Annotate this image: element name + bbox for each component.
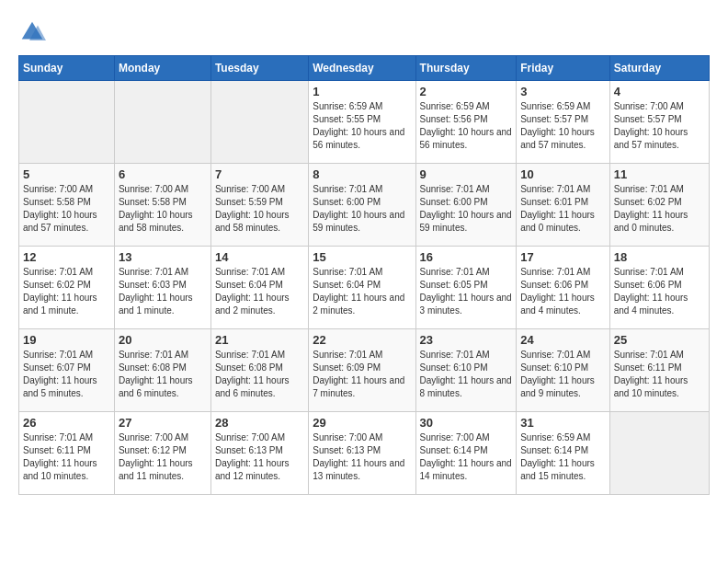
day-cell: 3Sunrise: 6:59 AM Sunset: 5:57 PM Daylig… — [517, 81, 610, 164]
week-row-3: 12Sunrise: 7:01 AM Sunset: 6:02 PM Dayli… — [19, 247, 710, 329]
day-number: 2 — [420, 85, 513, 98]
day-number: 9 — [420, 167, 513, 181]
day-cell: 9Sunrise: 7:01 AM Sunset: 6:00 PM Daylig… — [415, 164, 517, 247]
day-info: Sunrise: 7:00 AM Sunset: 5:57 PM Dayligh… — [614, 100, 705, 152]
day-cell — [19, 81, 115, 164]
week-row-2: 5Sunrise: 7:00 AM Sunset: 5:58 PM Daylig… — [19, 164, 710, 247]
day-info: Sunrise: 7:00 AM Sunset: 6:13 PM Dayligh… — [215, 431, 304, 483]
calendar-table: SundayMondayTuesdayWednesdayThursdayFrid… — [18, 55, 710, 495]
day-number: 26 — [23, 416, 110, 430]
day-info: Sunrise: 7:01 AM Sunset: 6:07 PM Dayligh… — [23, 349, 110, 400]
day-cell: 16Sunrise: 7:01 AM Sunset: 6:05 PM Dayli… — [415, 247, 517, 329]
day-number: 10 — [520, 167, 606, 181]
header-cell-saturday: Saturday — [609, 56, 709, 81]
day-cell: 4Sunrise: 7:00 AM Sunset: 5:57 PM Daylig… — [609, 81, 709, 164]
day-number: 25 — [614, 333, 705, 347]
logo-icon — [18, 18, 46, 46]
day-number: 30 — [420, 416, 513, 430]
day-info: Sunrise: 7:01 AM Sunset: 6:00 PM Dayligh… — [420, 183, 513, 235]
day-cell: 27Sunrise: 7:00 AM Sunset: 6:12 PM Dayli… — [114, 412, 210, 495]
day-cell: 26Sunrise: 7:01 AM Sunset: 6:11 PM Dayli… — [19, 412, 115, 495]
logo — [18, 18, 50, 46]
day-number: 6 — [119, 167, 207, 181]
week-row-5: 26Sunrise: 7:01 AM Sunset: 6:11 PM Dayli… — [19, 412, 710, 495]
day-cell: 14Sunrise: 7:01 AM Sunset: 6:04 PM Dayli… — [210, 247, 308, 329]
header-cell-monday: Monday — [114, 56, 210, 81]
day-info: Sunrise: 6:59 AM Sunset: 6:14 PM Dayligh… — [520, 431, 606, 483]
day-cell: 31Sunrise: 6:59 AM Sunset: 6:14 PM Dayli… — [517, 412, 610, 495]
day-number: 16 — [420, 250, 513, 264]
day-info: Sunrise: 7:01 AM Sunset: 6:04 PM Dayligh… — [215, 266, 304, 317]
day-cell: 2Sunrise: 6:59 AM Sunset: 5:56 PM Daylig… — [415, 81, 517, 164]
day-cell: 29Sunrise: 7:00 AM Sunset: 6:13 PM Dayli… — [309, 412, 415, 495]
calendar-header: SundayMondayTuesdayWednesdayThursdayFrid… — [19, 56, 710, 81]
day-number: 11 — [614, 167, 705, 181]
week-row-4: 19Sunrise: 7:01 AM Sunset: 6:07 PM Dayli… — [19, 329, 710, 412]
day-info: Sunrise: 7:01 AM Sunset: 6:05 PM Dayligh… — [420, 266, 513, 317]
day-info: Sunrise: 7:01 AM Sunset: 6:02 PM Dayligh… — [23, 266, 110, 317]
day-number: 7 — [215, 167, 304, 181]
day-info: Sunrise: 7:01 AM Sunset: 6:02 PM Dayligh… — [614, 183, 705, 235]
day-info: Sunrise: 7:01 AM Sunset: 6:06 PM Dayligh… — [520, 266, 606, 317]
day-cell — [114, 81, 210, 164]
day-cell: 22Sunrise: 7:01 AM Sunset: 6:09 PM Dayli… — [309, 329, 415, 412]
day-number: 3 — [520, 85, 606, 98]
day-info: Sunrise: 7:00 AM Sunset: 6:14 PM Dayligh… — [420, 431, 513, 483]
day-cell: 18Sunrise: 7:01 AM Sunset: 6:06 PM Dayli… — [609, 247, 709, 329]
header-cell-tuesday: Tuesday — [210, 56, 308, 81]
day-number: 18 — [614, 250, 705, 264]
day-cell: 11Sunrise: 7:01 AM Sunset: 6:02 PM Dayli… — [609, 164, 709, 247]
day-info: Sunrise: 7:01 AM Sunset: 6:00 PM Dayligh… — [313, 183, 411, 235]
day-number: 12 — [23, 250, 110, 264]
day-info: Sunrise: 7:01 AM Sunset: 6:09 PM Dayligh… — [313, 349, 411, 400]
day-info: Sunrise: 7:01 AM Sunset: 6:01 PM Dayligh… — [520, 183, 606, 235]
day-cell: 10Sunrise: 7:01 AM Sunset: 6:01 PM Dayli… — [517, 164, 610, 247]
day-number: 23 — [420, 333, 513, 347]
day-number: 4 — [614, 85, 705, 98]
day-info: Sunrise: 7:01 AM Sunset: 6:03 PM Dayligh… — [119, 266, 207, 317]
day-number: 28 — [215, 416, 304, 430]
day-cell: 13Sunrise: 7:01 AM Sunset: 6:03 PM Dayli… — [114, 247, 210, 329]
day-info: Sunrise: 7:01 AM Sunset: 6:08 PM Dayligh… — [215, 349, 304, 400]
day-info: Sunrise: 7:00 AM Sunset: 6:12 PM Dayligh… — [119, 431, 207, 483]
day-info: Sunrise: 7:00 AM Sunset: 5:59 PM Dayligh… — [215, 183, 304, 235]
page-header — [18, 18, 710, 46]
calendar-body: 1Sunrise: 6:59 AM Sunset: 5:55 PM Daylig… — [19, 81, 710, 495]
day-number: 27 — [119, 416, 207, 430]
day-number: 21 — [215, 333, 304, 347]
day-cell: 17Sunrise: 7:01 AM Sunset: 6:06 PM Dayli… — [517, 247, 610, 329]
header-cell-sunday: Sunday — [19, 56, 115, 81]
day-info: Sunrise: 6:59 AM Sunset: 5:57 PM Dayligh… — [520, 100, 606, 152]
header-cell-thursday: Thursday — [415, 56, 517, 81]
day-info: Sunrise: 6:59 AM Sunset: 5:56 PM Dayligh… — [420, 100, 513, 152]
day-number: 22 — [313, 333, 411, 347]
day-number: 20 — [119, 333, 207, 347]
day-info: Sunrise: 7:00 AM Sunset: 6:13 PM Dayligh… — [313, 431, 411, 483]
day-cell: 21Sunrise: 7:01 AM Sunset: 6:08 PM Dayli… — [210, 329, 308, 412]
day-info: Sunrise: 7:00 AM Sunset: 5:58 PM Dayligh… — [23, 183, 110, 235]
day-cell — [609, 412, 709, 495]
day-cell: 24Sunrise: 7:01 AM Sunset: 6:10 PM Dayli… — [517, 329, 610, 412]
day-info: Sunrise: 7:01 AM Sunset: 6:10 PM Dayligh… — [520, 349, 606, 400]
day-cell: 8Sunrise: 7:01 AM Sunset: 6:00 PM Daylig… — [309, 164, 415, 247]
day-cell: 30Sunrise: 7:00 AM Sunset: 6:14 PM Dayli… — [415, 412, 517, 495]
day-cell: 5Sunrise: 7:00 AM Sunset: 5:58 PM Daylig… — [19, 164, 115, 247]
header-cell-friday: Friday — [517, 56, 610, 81]
day-cell: 1Sunrise: 6:59 AM Sunset: 5:55 PM Daylig… — [309, 81, 415, 164]
day-info: Sunrise: 7:01 AM Sunset: 6:04 PM Dayligh… — [313, 266, 411, 317]
day-number: 29 — [313, 416, 411, 430]
day-cell: 23Sunrise: 7:01 AM Sunset: 6:10 PM Dayli… — [415, 329, 517, 412]
day-number: 31 — [520, 416, 606, 430]
day-number: 14 — [215, 250, 304, 264]
header-cell-wednesday: Wednesday — [309, 56, 415, 81]
day-number: 13 — [119, 250, 207, 264]
day-info: Sunrise: 7:01 AM Sunset: 6:11 PM Dayligh… — [614, 349, 705, 400]
day-cell: 15Sunrise: 7:01 AM Sunset: 6:04 PM Dayli… — [309, 247, 415, 329]
day-number: 8 — [313, 167, 411, 181]
day-number: 19 — [23, 333, 110, 347]
header-row: SundayMondayTuesdayWednesdayThursdayFrid… — [19, 56, 710, 81]
day-number: 1 — [313, 85, 411, 98]
day-info: Sunrise: 7:01 AM Sunset: 6:11 PM Dayligh… — [23, 431, 110, 483]
day-info: Sunrise: 7:01 AM Sunset: 6:08 PM Dayligh… — [119, 349, 207, 400]
day-cell: 20Sunrise: 7:01 AM Sunset: 6:08 PM Dayli… — [114, 329, 210, 412]
